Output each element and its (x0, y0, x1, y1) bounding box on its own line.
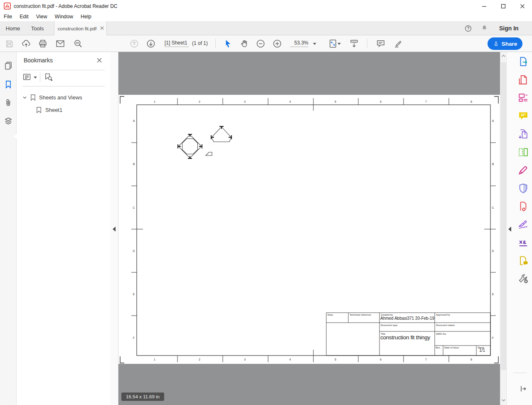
tab-home[interactable]: Home (0, 21, 26, 35)
sheet-number-value: 1/1 (475, 348, 490, 353)
maximize-icon[interactable] (494, 0, 513, 12)
menu-edit[interactable]: Edit (16, 12, 32, 21)
send-for-comments-tool-icon[interactable] (517, 255, 529, 267)
page-fit-dropdown-icon[interactable] (337, 43, 341, 45)
ruler-label: E (492, 293, 494, 296)
select-tool-icon[interactable] (222, 37, 234, 50)
tab-document-label: construction fit.pdf (58, 26, 96, 31)
menu-help[interactable]: Help (77, 12, 95, 21)
print-icon[interactable] (37, 37, 49, 50)
cloud-upload-icon[interactable] (20, 37, 32, 50)
ruler-label: 3 (244, 100, 246, 103)
corner-trim-marks (120, 96, 498, 363)
zoom-dropdown-icon[interactable] (313, 43, 316, 45)
window-title: construction fit.pdf - Adobe Acrobat Rea… (14, 0, 117, 12)
layers-panel-icon[interactable] (3, 116, 13, 126)
compress-pdf-tool-icon[interactable] (517, 200, 529, 212)
adobe-sign-tool-icon[interactable] (517, 219, 529, 230)
ruler-label: 6 (380, 358, 382, 361)
document-canvas[interactable]: 1122334455667788AABBCCDDEEFF (118, 52, 500, 405)
help-icon[interactable] (464, 25, 472, 32)
bookmark-item-sheets-and-views[interactable]: Sheets and Views (17, 92, 110, 103)
find-current-bookmark-icon[interactable] (44, 72, 54, 82)
search-icon[interactable] (72, 37, 84, 50)
comment-tool-icon[interactable] (374, 37, 387, 50)
bookmarks-close-icon[interactable] (96, 57, 103, 64)
edit-pdf-tool-icon[interactable] (517, 92, 529, 104)
previous-page-icon[interactable] (128, 37, 140, 50)
bookmarks-panel-icon[interactable] (3, 79, 13, 89)
create-pdf-tool-icon[interactable] (517, 74, 529, 86)
close-icon[interactable] (513, 0, 532, 12)
menu-view[interactable]: View (32, 12, 51, 21)
ruler-label: D (492, 249, 494, 252)
ruler-label: 3 (244, 358, 246, 361)
ruler-label: 2 (199, 358, 200, 361)
bookmarks-panel: Bookmarks Sheets and Views Sheet1 (17, 52, 110, 405)
ruler-label: 4 (289, 358, 291, 361)
request-signatures-tool-icon[interactable] (517, 237, 529, 248)
scroll-down-icon[interactable] (501, 398, 506, 403)
approved-by-label: Approved by (436, 314, 450, 316)
bookmarks-options-dropdown-icon[interactable] (34, 77, 37, 79)
ruler-label: 1 (154, 358, 155, 361)
next-page-icon[interactable] (145, 37, 157, 50)
tab-tools-label: Tools (31, 25, 44, 32)
save-icon[interactable] (3, 37, 15, 50)
attachments-panel-icon[interactable] (3, 98, 13, 108)
page-scrolling-icon[interactable] (348, 37, 360, 50)
ruler-label: 4 (289, 100, 291, 103)
minimize-icon[interactable] (475, 0, 494, 12)
highlighter-icon[interactable] (392, 37, 404, 50)
ruler-label: 6 (380, 100, 382, 103)
page-thumbnails-panel-icon[interactable] (3, 61, 13, 71)
page-number-input[interactable]: [1] Sheet1 (165, 40, 189, 47)
organize-pages-tool-icon[interactable] (517, 146, 529, 158)
menu-file[interactable]: File (0, 12, 16, 21)
drawing-shapes (178, 127, 231, 158)
bookmark-label: Sheet1 (45, 107, 62, 113)
vertical-scrollbar[interactable] (500, 52, 506, 405)
more-tools-tool-icon[interactable] (517, 273, 529, 284)
sign-in-button[interactable]: Sign In (499, 21, 519, 35)
notifications-bell-icon[interactable] (480, 24, 488, 32)
chevron-down-icon[interactable] (22, 95, 27, 100)
technical-reference-label: Technical reference (350, 314, 371, 316)
open-tools-pane-icon[interactable] (518, 384, 529, 395)
ruler-label: D (133, 249, 135, 252)
bookmarks-options-icon[interactable] (22, 73, 32, 82)
scroll-up-icon[interactable] (501, 54, 506, 58)
ruler-label: 5 (335, 358, 336, 361)
combine-files-tool-icon[interactable] (517, 128, 529, 140)
collapse-left-panel-icon[interactable] (113, 227, 116, 232)
collapse-right-panel-icon[interactable] (508, 227, 511, 232)
main-toolbar: [1] Sheet1 (1 of 1) 53.3% Share (0, 35, 532, 52)
tab-document[interactable]: construction fit.pdf (54, 21, 107, 36)
hand-tool-icon[interactable] (238, 37, 251, 50)
zoom-out-icon[interactable] (254, 37, 267, 50)
pdf-page[interactable]: 1122334455667788AABBCCDDEEFF (118, 95, 500, 364)
acrobat-window: construction fit.pdf - Adobe Acrobat Rea… (0, 0, 532, 405)
tab-close-icon[interactable] (100, 26, 104, 30)
ruler-label: 1 (154, 100, 155, 103)
acrobat-logo-icon (4, 2, 11, 10)
email-icon[interactable] (54, 37, 66, 50)
ruler-label: F (492, 336, 494, 339)
dwg-no-label: DWG No. (436, 333, 447, 335)
ruler-label: A (133, 119, 135, 122)
share-button[interactable]: Share (488, 37, 522, 50)
pentagon-shape (212, 127, 231, 142)
bookmark-icon (30, 94, 36, 101)
protect-tool-icon[interactable] (517, 183, 529, 194)
tab-tools[interactable]: Tools (26, 21, 49, 35)
zoom-level-input[interactable]: 53.3% (290, 40, 308, 47)
zoom-in-icon[interactable] (271, 37, 283, 50)
bookmark-item-sheet1[interactable]: Sheet1 (17, 104, 110, 115)
fill-and-sign-tool-icon[interactable] (517, 164, 529, 176)
comment-tool-icon[interactable] (517, 110, 529, 122)
scrollbar-thumb[interactable] (501, 62, 506, 370)
export-pdf-tool-icon[interactable] (517, 56, 529, 67)
ruler-label: B (133, 163, 135, 165)
drawing-sheet: 1122334455667788AABBCCDDEEFF (118, 95, 500, 364)
menu-window[interactable]: Window (51, 12, 77, 21)
